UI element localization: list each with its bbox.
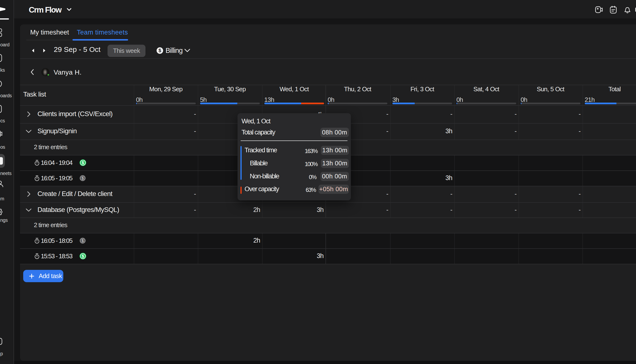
svg-text:$: $ bbox=[82, 176, 84, 180]
svg-text:$: $ bbox=[82, 160, 84, 165]
svg-text:$: $ bbox=[82, 254, 84, 258]
svg-text:$: $ bbox=[82, 239, 84, 243]
